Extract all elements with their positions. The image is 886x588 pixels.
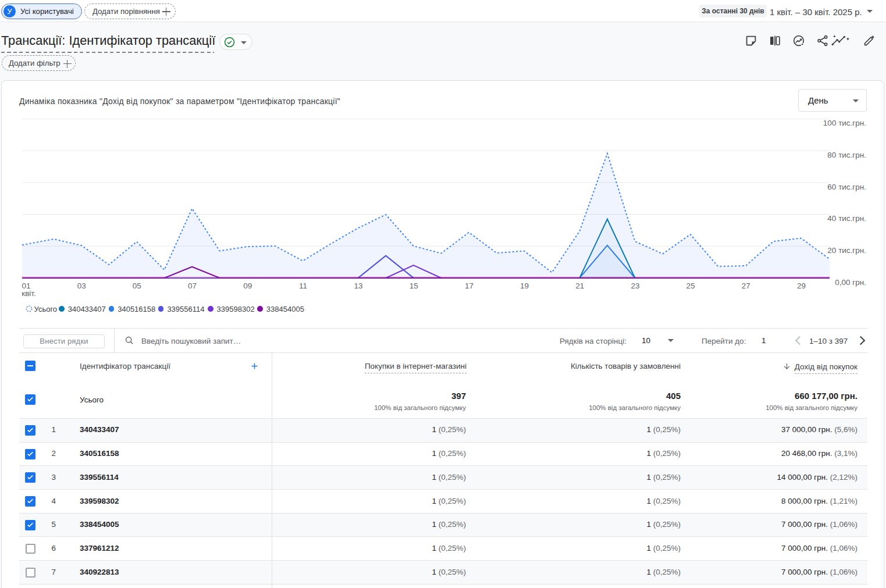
svg-text:13: 13 xyxy=(354,281,362,290)
svg-text:07: 07 xyxy=(188,281,197,290)
svg-text:17: 17 xyxy=(465,281,474,290)
svg-text:11: 11 xyxy=(299,281,307,290)
svg-text:05: 05 xyxy=(133,281,141,290)
svg-text:квіт.: квіт. xyxy=(22,289,36,298)
svg-text:19: 19 xyxy=(520,281,529,290)
svg-text:09: 09 xyxy=(243,281,252,290)
svg-text:15: 15 xyxy=(410,281,418,290)
svg-text:40 тис.грн.: 40 тис.грн. xyxy=(827,214,866,223)
svg-text:60 тис.грн.: 60 тис.грн. xyxy=(827,183,866,191)
svg-text:21: 21 xyxy=(575,281,584,290)
svg-text:25: 25 xyxy=(686,281,695,290)
svg-text:100 тис.грн.: 100 тис.грн. xyxy=(823,119,866,127)
svg-text:29: 29 xyxy=(797,281,806,290)
svg-text:80 тис.грн.: 80 тис.грн. xyxy=(827,151,866,159)
svg-text:0,00 грн.: 0,00 грн. xyxy=(835,278,866,287)
svg-text:03: 03 xyxy=(77,281,86,290)
svg-text:20 тис.грн.: 20 тис.грн. xyxy=(827,246,866,255)
svg-text:23: 23 xyxy=(631,281,639,290)
svg-text:27: 27 xyxy=(742,281,750,290)
